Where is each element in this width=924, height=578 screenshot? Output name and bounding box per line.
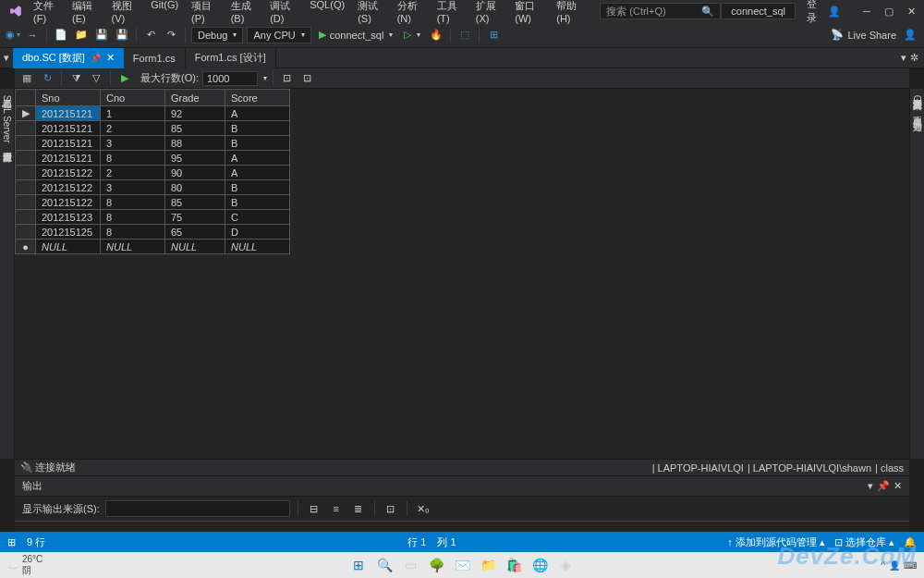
- row-selector[interactable]: [16, 180, 36, 195]
- redo-button[interactable]: ↷: [163, 27, 179, 43]
- maximize-button[interactable]: ▢: [880, 3, 898, 19]
- data-grid[interactable]: SnoCnoGradeScore ▶201215121192A201215121…: [15, 89, 909, 459]
- cell-cno[interactable]: 2: [101, 166, 165, 180]
- live-share-button[interactable]: 📡 Live Share: [831, 29, 896, 41]
- cell-grade[interactable]: 95: [165, 151, 225, 166]
- cell-grade[interactable]: 90: [165, 166, 225, 180]
- table-row[interactable]: ●NULLNULLNULLNULL: [16, 240, 290, 254]
- nav-forward-button[interactable]: →: [24, 27, 41, 43]
- output-pin-button[interactable]: ▾: [868, 480, 873, 492]
- app-icon-1[interactable]: 🌳: [427, 556, 445, 574]
- tab-dropdown-button[interactable]: ▾: [0, 52, 13, 64]
- undo-button[interactable]: ↶: [142, 27, 159, 43]
- cell-sno[interactable]: 201215123: [36, 210, 101, 225]
- document-tab-0[interactable]: dbo.SC [数据]📌✕: [13, 48, 124, 68]
- table-row[interactable]: 201215122885B: [16, 195, 290, 210]
- column-header-cno[interactable]: Cno: [101, 90, 165, 106]
- table-row[interactable]: 201215123875C: [16, 210, 290, 225]
- menu-item-7[interactable]: SQL(Q): [304, 0, 350, 27]
- filter-icon[interactable]: ⧩: [67, 70, 84, 87]
- script-icon-2[interactable]: ⊡: [299, 70, 316, 87]
- menu-item-9[interactable]: 分析(N): [392, 0, 430, 27]
- refresh-icon[interactable]: ▦: [18, 70, 35, 87]
- close-button[interactable]: ✕: [902, 3, 920, 19]
- explorer-icon[interactable]: 📁: [479, 556, 497, 574]
- build-config-dropdown[interactable]: Debug▾: [191, 27, 243, 43]
- nav-back-button[interactable]: ◉▾: [6, 29, 20, 41]
- right-tool-strip[interactable]: 解决方案资源管理器 Git 更改 属性 通知: [909, 89, 924, 459]
- left-tool-strip[interactable]: 工具箱 SQL Server 对象资源管理器: [0, 89, 15, 459]
- step-button[interactable]: ⬚: [456, 27, 473, 43]
- cell-grade[interactable]: 85: [165, 121, 225, 136]
- output-btn-4[interactable]: ⊡: [383, 500, 399, 517]
- menu-item-5[interactable]: 生成(B): [225, 0, 263, 27]
- cell-sno[interactable]: 201215121: [36, 106, 101, 121]
- row-selector[interactable]: [16, 195, 36, 210]
- cell-score[interactable]: C: [225, 210, 290, 225]
- store-icon[interactable]: 🛍️: [505, 556, 523, 574]
- menu-item-10[interactable]: 工具(T): [432, 0, 468, 27]
- column-header-score[interactable]: Score: [225, 90, 290, 106]
- row-selector[interactable]: [16, 166, 36, 180]
- menu-item-11[interactable]: 扩展(X): [470, 0, 508, 27]
- cell-score[interactable]: B: [225, 121, 290, 136]
- cell-cno[interactable]: 1: [101, 106, 165, 121]
- row-selector[interactable]: [16, 225, 36, 240]
- cell-grade[interactable]: 80: [165, 180, 225, 195]
- task-view-icon[interactable]: ▭: [401, 556, 419, 574]
- cell-grade[interactable]: 85: [165, 195, 225, 210]
- menu-item-8[interactable]: 测试(S): [352, 0, 390, 27]
- cell-score[interactable]: A: [225, 106, 290, 121]
- cell-score[interactable]: B: [225, 195, 290, 210]
- edge-icon[interactable]: 🌐: [530, 556, 549, 574]
- sort-icon[interactable]: ▽: [88, 70, 104, 87]
- cell-grade[interactable]: 88: [165, 136, 225, 151]
- menu-item-1[interactable]: 编辑(E): [67, 0, 104, 27]
- row-selector[interactable]: [16, 210, 36, 225]
- menu-item-2[interactable]: 视图(V): [106, 0, 144, 27]
- column-header-sno[interactable]: Sno: [36, 90, 101, 106]
- cell-score[interactable]: A: [225, 151, 290, 166]
- tab-overflow-button[interactable]: ▾: [901, 52, 906, 64]
- cell-score[interactable]: B: [225, 136, 290, 151]
- cell-cno[interactable]: 8: [101, 195, 165, 210]
- mail-icon[interactable]: ✉️: [453, 556, 471, 574]
- cell-score[interactable]: B: [225, 180, 290, 195]
- save-icon[interactable]: 💾: [93, 27, 110, 43]
- cell-cno[interactable]: 8: [101, 225, 165, 240]
- cell-score[interactable]: A: [225, 166, 290, 180]
- cell-cno[interactable]: NULL: [101, 240, 165, 254]
- cell-grade[interactable]: 75: [165, 210, 225, 225]
- reload-icon[interactable]: ↻: [39, 70, 55, 87]
- menu-item-0[interactable]: 文件(F): [28, 0, 65, 27]
- table-row[interactable]: 201215122380B: [16, 180, 290, 195]
- row-selector[interactable]: [16, 136, 36, 151]
- cell-sno[interactable]: 201215121: [36, 121, 101, 136]
- cell-score[interactable]: NULL: [225, 240, 290, 254]
- output-btn-1[interactable]: ⊟: [306, 500, 322, 517]
- start-button[interactable]: ⊞: [349, 556, 368, 574]
- script-icon[interactable]: ⊡: [279, 70, 296, 87]
- table-row[interactable]: 201215121285B: [16, 121, 290, 136]
- tray-user-icon[interactable]: 👤: [889, 560, 900, 571]
- output-clear-button[interactable]: ✕₀: [415, 500, 432, 517]
- table-row[interactable]: 201215121895A: [16, 151, 290, 166]
- cell-grade[interactable]: 65: [165, 225, 225, 240]
- document-tab-2[interactable]: Form1.cs [设计]: [186, 48, 276, 68]
- tab-close-button[interactable]: ✕: [106, 52, 115, 64]
- open-file-icon[interactable]: 📁: [73, 27, 90, 43]
- pin-icon[interactable]: 📌: [91, 54, 101, 63]
- tray-input-icon[interactable]: ⌨: [904, 560, 917, 571]
- cell-grade[interactable]: 92: [165, 106, 225, 121]
- weather-widget[interactable]: ☁️ 26°C 阴: [7, 554, 43, 577]
- person-icon[interactable]: 👤: [828, 6, 841, 18]
- cell-score[interactable]: D: [225, 225, 290, 240]
- cell-cno[interactable]: 8: [101, 151, 165, 166]
- save-all-icon[interactable]: 💾: [114, 27, 130, 43]
- output-close-button[interactable]: ✕: [894, 480, 902, 492]
- vs-taskbar-icon[interactable]: ◈: [556, 556, 575, 574]
- output-source-dropdown[interactable]: [105, 500, 290, 517]
- execute-icon[interactable]: ▶: [116, 70, 133, 87]
- max-rows-input[interactable]: [202, 71, 258, 86]
- search-box[interactable]: 搜索 (Ctrl+Q) 🔍: [600, 3, 721, 19]
